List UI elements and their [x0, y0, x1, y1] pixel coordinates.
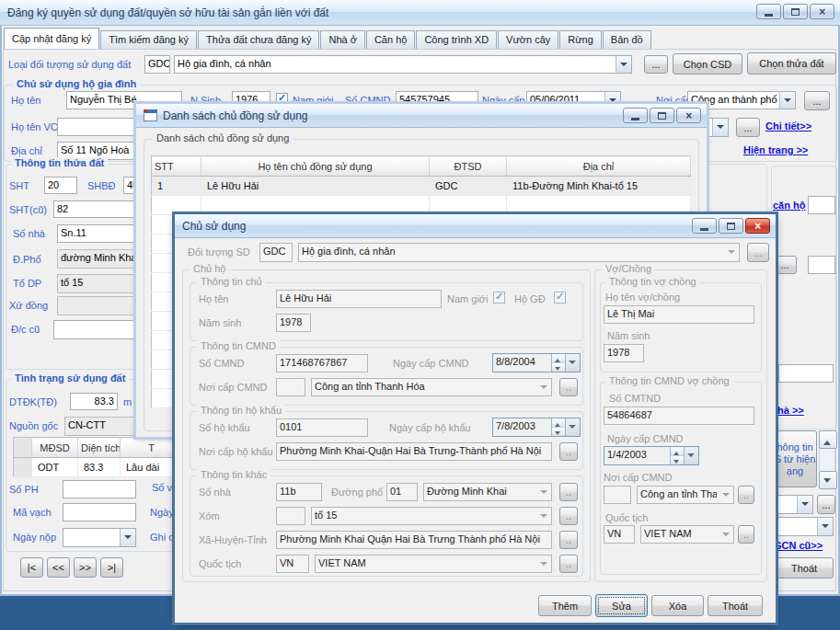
minimize-button[interactable] — [692, 218, 717, 234]
right-combobox-b[interactable] — [771, 517, 834, 536]
spinner-up-icon[interactable] — [552, 354, 565, 363]
table-header-cell[interactable]: Địa chỉ — [507, 156, 691, 177]
xa-huyen-tinh-more-button[interactable]: .. — [559, 531, 578, 549]
noi-cap-cmnd-code-input[interactable] — [276, 378, 305, 396]
tab-vuon-cay[interactable]: Vườn cây — [498, 30, 558, 49]
land-use-table[interactable]: MĐSD Diện tích T ODT 83.3 Lâu dài — [13, 437, 183, 477]
main-window-titlebar[interactable]: Đăng ký quyền sử dụng đất/quyền sở hữu t… — [0, 0, 840, 26]
xom-more-button[interactable]: .. — [559, 507, 578, 525]
table-row[interactable]: 1 Lê Hữu Hải GDC 11b-Đường Minh Khai-tổ … — [152, 177, 691, 196]
table-header-row[interactable]: STT Họ tên chủ đồng sử dụng ĐTSD Địa chỉ — [152, 156, 691, 177]
hien-nha-link[interactable]: hà >> — [777, 405, 804, 416]
close-button[interactable]: × — [745, 218, 770, 234]
ngay-cap-hokhau-datepicker[interactable]: 7/8/2003 — [492, 418, 581, 437]
so-cmnd-input[interactable]: 171468767867 — [276, 354, 368, 372]
noi-cap-hokhau-input[interactable]: Phường Minh Khai-Quận Hai Bà Trưng-Thành… — [276, 442, 552, 461]
noi-cap-hokhau-more-button[interactable]: .. — [559, 442, 578, 461]
table-header-cell[interactable]: MĐSD — [32, 438, 78, 458]
quoc-tich-more-button[interactable]: .. — [559, 555, 578, 573]
sua-button[interactable]: Sửa — [595, 594, 648, 617]
barcode-input[interactable] — [63, 503, 136, 521]
maximize-button[interactable] — [719, 218, 743, 234]
so-nha-input[interactable]: 11b — [276, 483, 322, 501]
them-button[interactable]: Thêm — [538, 595, 592, 616]
tab-nha-o[interactable]: Nhà ở — [320, 30, 364, 49]
namgioi-checkbox[interactable] — [493, 292, 505, 304]
spouse-quoc-tich-combobox[interactable]: VIET NAM — [640, 525, 734, 544]
field-input[interactable] — [57, 296, 135, 315]
chevron-down-icon[interactable] — [684, 447, 698, 464]
noi-cap-cmnd-more-button[interactable]: .. — [559, 378, 578, 396]
ngay-cap-cmnd-datepicker[interactable]: 8/8/2004 — [492, 353, 581, 372]
thoat-button[interactable]: Thoát — [708, 595, 763, 616]
quoc-tich-code-input[interactable]: VN — [276, 555, 309, 573]
nav-first-button[interactable]: |< — [20, 557, 43, 578]
nav-prev-button[interactable]: << — [47, 557, 70, 578]
sht-input[interactable]: 20 — [44, 177, 77, 194]
table-header-row[interactable]: MĐSD Diện tích T — [14, 438, 183, 458]
right-input-b[interactable] — [808, 256, 835, 274]
table-header-cell[interactable]: Diện tích — [78, 438, 121, 458]
hogd-checkbox[interactable] — [554, 292, 566, 304]
tab-cap-nhat[interactable]: Cập nhật đăng ký — [4, 28, 99, 49]
xom-combobox[interactable]: tổ 15 — [311, 507, 552, 525]
spinner-down-icon[interactable] — [552, 428, 565, 436]
xom-code-input[interactable] — [276, 507, 305, 525]
area-input[interactable]: 83.3 — [70, 393, 118, 410]
detail-link[interactable]: Chi tiết>> — [765, 120, 811, 132]
spouse-so-cmtnd-input[interactable]: 54864687 — [604, 407, 754, 425]
table-header-cell[interactable]: STT — [152, 156, 201, 177]
maximize-button[interactable] — [650, 108, 674, 123]
tab-ban-do[interactable]: Bản đồ — [603, 30, 651, 49]
xoa-button[interactable]: Xóa — [651, 595, 704, 616]
spouse-name-input[interactable] — [57, 118, 136, 136]
minimize-button[interactable] — [756, 4, 781, 19]
spouse-hoten-input[interactable]: Lê Thị Mai — [604, 305, 754, 324]
spouse-namsinh-input[interactable]: 1978 — [604, 344, 644, 362]
street-combobox[interactable]: đường Minh Khai — [57, 249, 135, 269]
subject-sd-more-button[interactable]: ... — [747, 243, 769, 262]
quoc-tich-combobox[interactable]: VIET NAM — [315, 555, 552, 573]
table-header-cell[interactable]: Họ tên chủ đồng sử dụng — [201, 156, 430, 177]
sht-old-input[interactable]: 82 — [53, 200, 135, 218]
chevron-down-icon[interactable] — [565, 418, 580, 436]
right-input-c[interactable] — [778, 364, 834, 383]
chevron-down-icon[interactable] — [565, 354, 580, 372]
group-combobox[interactable]: tổ 15 — [57, 274, 135, 293]
subject-code-input[interactable]: GDC — [144, 55, 170, 74]
owner-dialog-titlebar[interactable]: Chủ sử dụng × — [175, 214, 776, 238]
can-ho-link[interactable]: căn hộ — [773, 200, 805, 211]
duong-pho-code-input[interactable]: 01 — [386, 483, 418, 501]
xa-huyen-tinh-input[interactable]: Phường Minh Khai Quận Hai Bà Trưng Thành… — [276, 531, 552, 549]
duong-pho-combobox[interactable]: Đường Minh Khai — [423, 483, 552, 501]
right-more-button-2[interactable]: ... — [817, 495, 835, 514]
spouse-noi-cap-combobox[interactable]: Công an tỉnh Thanh — [637, 486, 734, 504]
spinner-down-icon[interactable] — [671, 456, 684, 464]
nav-last-button[interactable]: >| — [100, 557, 123, 578]
issue-place-more-button[interactable]: ... — [804, 91, 830, 110]
tab-rung[interactable]: Rừng — [559, 30, 602, 49]
spinner-up-icon[interactable] — [552, 418, 565, 428]
close-button[interactable]: × — [676, 108, 701, 123]
old-address-input[interactable] — [53, 320, 135, 339]
right-combobox-a[interactable] — [771, 495, 813, 514]
nav-next-button[interactable]: >> — [74, 557, 97, 578]
scrollbar-up-button[interactable] — [819, 430, 837, 449]
chon-thua-dat-button[interactable]: Chọn thửa đất — [747, 52, 836, 74]
namsinh-input[interactable]: 1978 — [276, 314, 311, 332]
hoten-input[interactable]: Lê Hữu Hải — [276, 290, 442, 308]
tab-thua-dat[interactable]: Thửa đất chưa đăng ký — [198, 30, 319, 49]
co-owner-dialog-titlebar[interactable]: Danh sách chủ đồng sử dụng × — [136, 104, 707, 128]
noi-cap-cmnd-combobox[interactable]: Công an tỉnh Thanh Hóa — [311, 378, 552, 396]
spinner-up-icon[interactable] — [671, 447, 684, 456]
house-no-input[interactable]: Sn.11 — [57, 224, 135, 243]
duong-pho-more-button[interactable]: .. — [559, 483, 578, 501]
spouse-noi-cap-code-input[interactable] — [604, 486, 631, 504]
spouse-quoc-tich-code-input[interactable]: VN — [604, 525, 635, 544]
maximize-button[interactable] — [783, 4, 808, 19]
main-exit-button[interactable]: Thoát — [775, 557, 834, 578]
tab-cong-trinh[interactable]: Công trình XD — [416, 30, 497, 49]
origin-combobox[interactable]: CN-CTT — [64, 417, 135, 436]
table-header-cell[interactable]: T — [121, 438, 183, 458]
subject-sd-combobox[interactable]: Hộ gia đình, cá nhân — [298, 243, 740, 262]
